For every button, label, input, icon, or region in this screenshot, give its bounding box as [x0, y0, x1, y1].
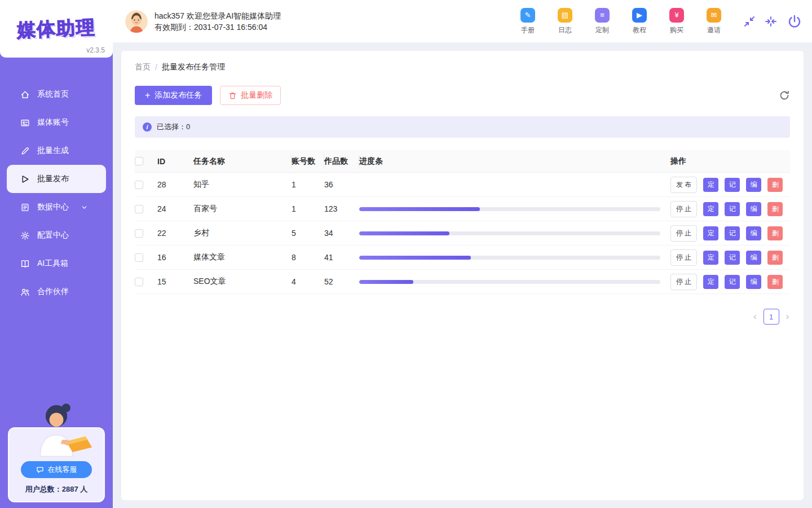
sidebar-item-ai-toolbox[interactable]: AI工具箱: [0, 249, 113, 278]
schedule-button[interactable]: 定: [703, 226, 718, 240]
welcome-text: hack357 欢迎您登录AI智能媒体助理: [155, 10, 281, 21]
header-link-label: 手册: [521, 25, 535, 35]
sidebar-item-batch-publish[interactable]: 批量发布: [7, 165, 106, 193]
record-button[interactable]: 记: [725, 202, 740, 216]
edit-button[interactable]: 编: [746, 178, 761, 192]
stop-button[interactable]: 停 止: [670, 274, 697, 290]
pen-icon: [20, 146, 30, 156]
schedule-button[interactable]: 定: [703, 275, 718, 289]
sidebar-item-label: 系统首页: [37, 89, 69, 99]
publish-button[interactable]: 发 布: [670, 177, 697, 193]
sidebar-item-label: 媒体账号: [37, 117, 69, 128]
header-quick-links: ✎手册▤日志≡定制▶教程¥购买✉邀请: [518, 8, 724, 35]
cell-actions: 停 止定记编删: [670, 274, 790, 290]
record-button[interactable]: 记: [725, 226, 740, 240]
record-button[interactable]: 记: [725, 275, 740, 289]
refresh-icon[interactable]: [779, 90, 790, 101]
edit-button[interactable]: 编: [746, 226, 761, 240]
stop-button[interactable]: 停 止: [670, 201, 697, 217]
next-page-icon[interactable]: ›: [785, 312, 790, 322]
online-support-button[interactable]: 在线客服: [21, 461, 92, 478]
record-button[interactable]: 记: [725, 251, 740, 265]
toolbar: + 添加发布任务 批量删除: [135, 86, 790, 105]
logo: 媒体助理 v2.3.5: [0, 0, 113, 58]
edit-button[interactable]: 编: [746, 202, 761, 216]
breadcrumb-separator: /: [155, 63, 157, 72]
progress-bar: [359, 207, 660, 211]
header-link-buy[interactable]: ¥购买: [667, 8, 687, 35]
header-link-tutorial[interactable]: ▶教程: [629, 8, 650, 35]
batch-delete-button[interactable]: 批量删除: [220, 86, 281, 105]
column-header-id: ID: [157, 155, 193, 168]
row-checkbox[interactable]: [135, 205, 143, 213]
page-number-current[interactable]: 1: [764, 309, 779, 325]
sidebar-item-partners[interactable]: 合作伙伴: [0, 278, 113, 306]
delete-button[interactable]: 删: [767, 178, 783, 192]
cell-progress: [359, 256, 670, 260]
selection-alert: i 已选择：0: [135, 116, 790, 138]
toolbox-icon: [20, 259, 30, 269]
cell-accounts: 8: [292, 253, 324, 262]
column-header-name: 任务名称: [193, 155, 292, 168]
expiry-text: 有效期到：2031-07-31 16:56:04: [155, 21, 281, 33]
header-link-custom[interactable]: ≡定制: [592, 8, 612, 35]
sidebar-item-batch-generate[interactable]: 批量生成: [0, 137, 113, 165]
sidebar-item-home[interactable]: 系统首页: [0, 80, 113, 108]
app-version: v2.3.5: [86, 46, 105, 54]
cell-accounts: 5: [292, 229, 324, 238]
row-checkbox[interactable]: [135, 278, 143, 286]
sidebar-item-config-center[interactable]: 配置中心: [0, 221, 113, 249]
select-all-checkbox[interactable]: [135, 157, 143, 165]
sidebar-item-media-accounts[interactable]: 媒体账号: [0, 108, 113, 137]
row-checkbox[interactable]: [135, 229, 143, 238]
delete-button[interactable]: 删: [767, 226, 783, 240]
cell-task-name: 百家号: [193, 204, 292, 214]
table-body: 28知乎136发 布定记编删24百家号1123停 止定记编删22乡村534停 止…: [135, 173, 790, 294]
support-illustration: [19, 397, 94, 460]
schedule-button[interactable]: 定: [703, 178, 718, 192]
collapse-horizontal-icon[interactable]: [765, 15, 777, 28]
table-row: 22乡村534停 止定记编删: [135, 221, 790, 246]
row-checkbox[interactable]: [135, 181, 143, 189]
sidebar-item-label: 批量发布: [37, 174, 69, 184]
schedule-button[interactable]: 定: [703, 202, 718, 216]
avatar[interactable]: [125, 10, 148, 33]
header-link-invite[interactable]: ✉邀请: [704, 8, 724, 35]
id-card-icon: [20, 118, 30, 128]
column-header-works: 作品数: [324, 155, 359, 168]
delete-button[interactable]: 删: [767, 202, 783, 216]
prev-page-icon[interactable]: ‹: [752, 312, 757, 322]
record-button[interactable]: 记: [725, 178, 740, 192]
app-root: 媒体助理 v2.3.5 系统首页媒体账号批量生成批量发布数据中心配置中心AI工具…: [0, 0, 812, 508]
sidebar-item-data-center[interactable]: 数据中心: [0, 193, 113, 221]
power-icon[interactable]: [786, 13, 803, 30]
cell-progress: [359, 231, 670, 235]
header-link-logs[interactable]: ▤日志: [555, 8, 575, 35]
right-pane: hack357 欢迎您登录AI智能媒体助理 有效期到：2031-07-31 16…: [113, 0, 812, 508]
add-task-button[interactable]: + 添加发布任务: [135, 86, 212, 105]
table-row: 15SEO文章452停 止定记编删: [135, 270, 790, 294]
exit-fullscreen-icon[interactable]: [743, 15, 756, 28]
pencil-icon: ✎: [520, 8, 535, 23]
task-table: ID 任务名称 账号数 作品数 进度条 操作 28知乎136发 布定记编删24百…: [135, 150, 790, 294]
breadcrumb-current: 批量发布任务管理: [162, 62, 225, 72]
breadcrumb-home[interactable]: 首页: [135, 62, 151, 72]
schedule-button[interactable]: 定: [703, 251, 718, 265]
cell-works: 123: [324, 204, 359, 213]
edit-button[interactable]: 编: [746, 275, 761, 289]
header-link-manual[interactable]: ✎手册: [518, 8, 538, 35]
cell-id: 15: [157, 277, 193, 286]
top-header: hack357 欢迎您登录AI智能媒体助理 有效期到：2031-07-31 16…: [113, 0, 812, 43]
delete-button[interactable]: 删: [767, 275, 783, 289]
list-icon: ≡: [595, 8, 610, 23]
batch-delete-label: 批量删除: [241, 90, 272, 100]
cell-id: 16: [157, 253, 193, 262]
row-checkbox[interactable]: [135, 253, 143, 262]
stop-button[interactable]: 停 止: [670, 225, 697, 242]
stop-button[interactable]: 停 止: [670, 249, 697, 266]
edit-button[interactable]: 编: [746, 251, 761, 265]
table-row: 28知乎136发 布定记编删: [135, 173, 790, 197]
plus-icon: +: [145, 91, 150, 100]
delete-button[interactable]: 删: [767, 251, 783, 265]
table-row: 16媒体文章841停 止定记编删: [135, 246, 790, 270]
